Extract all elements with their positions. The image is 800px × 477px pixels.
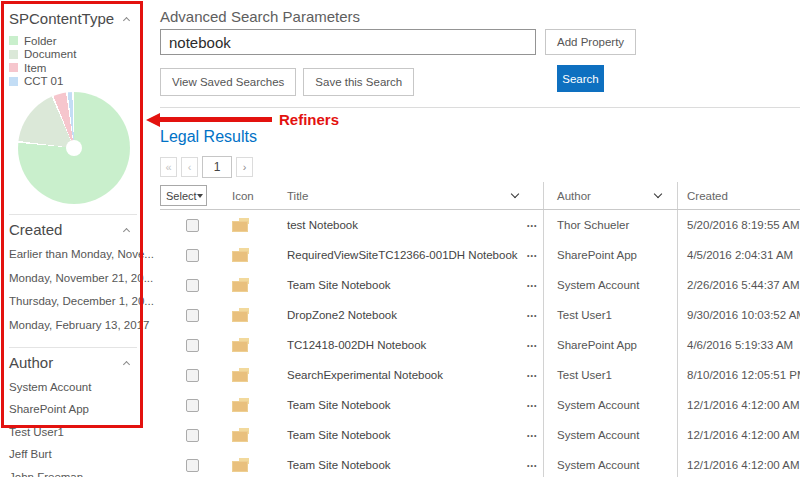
row-checkbox[interactable] [186, 399, 199, 412]
refiner-value[interactable]: Earlier than Monday, Nove... [9, 243, 150, 267]
result-title[interactable]: Team Site Notebook [287, 459, 391, 471]
result-created: 8/10/2016 12:05:51 PM [687, 369, 800, 381]
table-row[interactable]: Team Site Notebook ••• System Account 2/… [160, 270, 800, 300]
main-content: Advanced Search Parameters Add Property … [160, 0, 800, 477]
table-row[interactable]: test Notebook ••• Thor Schueler 5/20/201… [160, 210, 800, 240]
refiner-value[interactable]: System Account [9, 376, 150, 398]
result-title[interactable]: SearchExperimental Notebook [287, 369, 443, 381]
table-row[interactable]: Team Site Notebook ••• System Account 12… [160, 420, 800, 450]
result-created: 2/26/2016 5:44:37 AM [687, 279, 800, 291]
result-author: SharePoint App [557, 339, 637, 351]
pie-legend: Folder Document Item CCT 01 [9, 34, 150, 88]
section-divider [9, 214, 137, 215]
refiner-value[interactable]: Monday, February 13, 2017 [9, 314, 150, 338]
more-options-button[interactable]: ••• [527, 210, 543, 240]
result-created: 5/20/2016 8:19:55 AM [687, 219, 800, 231]
refiners-panel: SPContentType Folder Document Item CCT 0… [0, 0, 150, 477]
result-created: 9/30/2016 10:03:52 AM [687, 309, 800, 321]
legend-swatch-icon [9, 50, 18, 59]
title-sort-chevron-icon[interactable] [511, 190, 519, 198]
refiner-section-contenttype: SPContentType [9, 10, 133, 27]
next-page-button[interactable]: › [236, 157, 253, 177]
folder-icon [232, 458, 249, 472]
more-options-button[interactable]: ••• [527, 450, 543, 477]
refiner-value[interactable]: Thursday, December 1, 20... [9, 290, 150, 314]
result-title[interactable]: Team Site Notebook [287, 399, 391, 411]
legend-label[interactable]: Document [24, 48, 76, 60]
collapse-chevron-icon[interactable] [123, 17, 130, 24]
folder-icon [232, 338, 249, 352]
table-row[interactable]: Team Site Notebook ••• System Account 12… [160, 450, 800, 477]
contenttype-pie-chart [18, 92, 130, 204]
result-author: System Account [557, 399, 639, 411]
result-title[interactable]: Team Site Notebook [287, 429, 391, 441]
table-row[interactable]: RequiredViewSiteTC12366-001DH Notebook •… [160, 240, 800, 270]
collapse-chevron-icon[interactable] [123, 361, 130, 368]
table-body: test Notebook ••• Thor Schueler 5/20/201… [160, 210, 800, 477]
legend-item: Folder [9, 34, 150, 48]
more-options-button[interactable]: ••• [527, 420, 543, 450]
row-checkbox[interactable] [186, 429, 199, 442]
result-title[interactable]: RequiredViewSiteTC12366-001DH Notebook [287, 249, 518, 261]
author-sort-chevron-icon[interactable] [654, 190, 662, 198]
result-author: System Account [557, 279, 639, 291]
column-header-author[interactable]: Author [557, 190, 591, 202]
row-checkbox[interactable] [186, 249, 199, 262]
result-author: System Account [557, 459, 639, 471]
result-title[interactable]: Team Site Notebook [287, 279, 391, 291]
legend-label[interactable]: Item [24, 62, 46, 74]
result-title[interactable]: test Notebook [287, 219, 358, 231]
search-query-input[interactable] [160, 29, 536, 55]
refiner-value[interactable]: Test User1 [9, 421, 150, 443]
refiner-value[interactable]: John Freeman [9, 466, 150, 477]
more-options-button[interactable]: ••• [527, 240, 543, 270]
collapse-chevron-icon[interactable] [123, 228, 130, 235]
row-checkbox[interactable] [186, 219, 199, 232]
search-button[interactable]: Search [557, 65, 604, 92]
refiner-value[interactable]: Jeff Burt [9, 443, 150, 465]
column-header-created: Created [687, 190, 728, 202]
legend-swatch-icon [9, 36, 18, 45]
legend-label[interactable]: Folder [24, 35, 57, 47]
results-table: Select Icon Title Author Created test No… [160, 182, 800, 477]
result-author: System Account [557, 429, 639, 441]
view-saved-searches-button[interactable]: View Saved Searches [160, 68, 296, 96]
refiner-value[interactable]: Monday, November 21, 20... [9, 267, 150, 291]
row-checkbox[interactable] [186, 459, 199, 472]
results-heading[interactable]: Legal Results [160, 128, 257, 146]
folder-icon [232, 398, 249, 412]
arrow-left-icon [146, 113, 160, 127]
row-checkbox[interactable] [186, 339, 199, 352]
add-property-button[interactable]: Add Property [545, 29, 636, 55]
first-page-button[interactable]: « [160, 157, 177, 177]
refiner-value[interactable]: SharePoint App [9, 398, 150, 420]
result-title[interactable]: DropZone2 Notebook [287, 309, 397, 321]
save-this-search-button[interactable]: Save this Search [303, 68, 414, 96]
select-dropdown[interactable]: Select [160, 185, 207, 206]
table-row[interactable]: DropZone2 Notebook ••• Test User1 9/30/2… [160, 300, 800, 330]
table-row[interactable]: SearchExperimental Notebook ••• Test Use… [160, 360, 800, 390]
more-options-button[interactable]: ••• [527, 330, 543, 360]
more-options-button[interactable]: ••• [527, 360, 543, 390]
author-refiner-list: System Account SharePoint App Test User1… [9, 376, 150, 477]
row-checkbox[interactable] [186, 369, 199, 382]
table-row[interactable]: Team Site Notebook ••• System Account 12… [160, 390, 800, 420]
more-options-button[interactable]: ••• [527, 390, 543, 420]
refiner-title: SPContentType [9, 10, 114, 27]
more-options-button[interactable]: ••• [527, 300, 543, 330]
row-checkbox[interactable] [186, 279, 199, 292]
more-options-button[interactable]: ••• [527, 270, 543, 300]
result-title[interactable]: TC12418-002DH Notebook [287, 339, 426, 351]
legend-label[interactable]: CCT 01 [24, 75, 63, 87]
legend-item: CCT 01 [9, 75, 150, 89]
current-page-indicator[interactable]: 1 [202, 156, 232, 178]
prev-page-button[interactable]: ‹ [181, 157, 198, 177]
row-checkbox[interactable] [186, 309, 199, 322]
column-header-title[interactable]: Title [287, 190, 308, 202]
folder-icon [232, 428, 249, 442]
legend-item: Item [9, 61, 150, 75]
saved-search-buttons: View Saved Searches Save this Search [160, 68, 800, 96]
result-created: 12/1/2016 4:12:00 AM [687, 459, 800, 471]
legend-item: Document [9, 48, 150, 62]
table-row[interactable]: TC12418-002DH Notebook ••• SharePoint Ap… [160, 330, 800, 360]
